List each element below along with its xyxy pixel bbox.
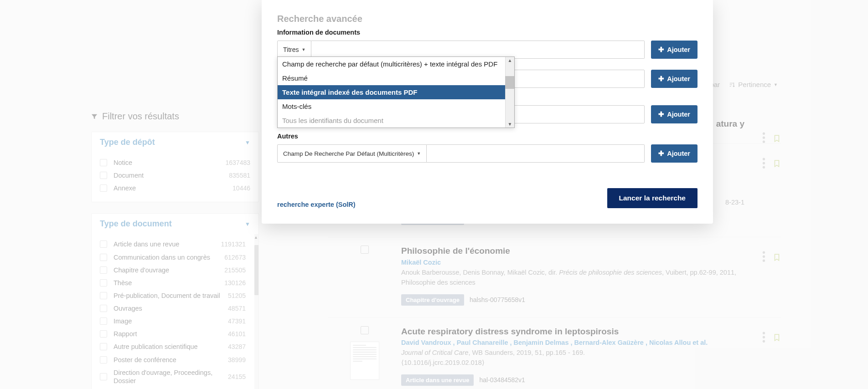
facet-label: Document: [114, 171, 229, 179]
launch-search-button[interactable]: Lancer la recherche: [607, 188, 698, 208]
field-dropdown-list: Champ de recherche par défaut (multicrit…: [277, 56, 515, 128]
bookmark-icon[interactable]: [773, 133, 781, 143]
facet-count: 24155: [228, 373, 246, 380]
checkbox[interactable]: [100, 356, 107, 363]
facet-item[interactable]: Communication dans un congrès612673: [100, 251, 246, 264]
scroll-down-icon[interactable]: ▼: [506, 121, 514, 128]
facet-item[interactable]: Chapitre d'ouvrage215505: [100, 264, 246, 276]
facet-count: 1191321: [221, 241, 246, 248]
facet-item[interactable]: Image47391: [100, 315, 246, 328]
facet-item[interactable]: Autre publication scientifique43287: [100, 340, 246, 353]
facet-label: Communication dans un congrès: [114, 253, 224, 261]
result-item: Philosophie de l'économie Mikaël Cozic A…: [328, 237, 781, 317]
result-item: Acute respiratory distress syndrome in l…: [328, 317, 781, 389]
checkbox[interactable]: [100, 279, 107, 287]
add-criterion-button[interactable]: ✚Ajouter: [651, 41, 698, 59]
field-select-titres[interactable]: Titres ▼: [277, 41, 311, 59]
facet-header[interactable]: Type de dépôt ▼: [92, 132, 258, 153]
facet-count: 130126: [224, 279, 246, 287]
checkbox[interactable]: [100, 184, 107, 192]
filter-heading: Filtrer vos résultats: [91, 111, 259, 122]
checkbox[interactable]: [100, 241, 107, 248]
plus-icon: ✚: [658, 149, 664, 158]
scroll-up-icon[interactable]: ▲: [254, 235, 258, 240]
checkbox[interactable]: [100, 317, 107, 325]
bookmark-icon[interactable]: [773, 333, 781, 343]
bookmark-icon[interactable]: [773, 159, 781, 169]
add-criterion-button[interactable]: ✚Ajouter: [651, 70, 698, 88]
modal-title: Recherche avancée: [277, 14, 698, 24]
facet-item[interactable]: Annexe10446: [100, 182, 250, 194]
sort-dropdown[interactable]: Pertinence ▼: [729, 81, 778, 88]
more-actions-icon[interactable]: •••: [762, 332, 765, 344]
facet-item[interactable]: Rapport46101: [100, 328, 246, 340]
caret-down-icon: ▼: [245, 139, 250, 146]
facet-item[interactable]: Article dans une revue1191321: [100, 238, 246, 251]
bookmark-icon[interactable]: [773, 252, 781, 262]
facet-type-depot: Type de dépôt ▼ Notice1637483Document835…: [91, 132, 259, 202]
dropdown-option[interactable]: Mots-clés: [278, 99, 505, 113]
facet-item[interactable]: Pré-publication, Document de travail5120…: [100, 289, 246, 302]
select-checkbox[interactable]: [361, 246, 369, 254]
facet-item[interactable]: N°spécial de revue/special issue5430: [100, 387, 246, 389]
plus-icon: ✚: [658, 110, 664, 118]
select-checkbox[interactable]: [361, 326, 369, 334]
facet-count: 51205: [228, 292, 246, 299]
hal-identifier[interactable]: halshs-00775658v1: [470, 296, 525, 303]
doc-thumbnail[interactable]: [350, 342, 379, 380]
facet-count: 215505: [224, 266, 246, 274]
facet-item[interactable]: Ouvrages48571: [100, 302, 246, 315]
field-select-default[interactable]: Champ De Recherche Par Défaut (Multicrit…: [277, 144, 427, 163]
result-authors[interactable]: David Vandroux , Paul Chanareille , Benj…: [401, 339, 744, 346]
search-input[interactable]: [311, 41, 645, 59]
facet-label: Article dans une revue: [114, 240, 221, 248]
dropdown-option[interactable]: Champ de recherche par défaut (multicrit…: [278, 57, 505, 71]
checkbox[interactable]: [100, 266, 107, 274]
checkbox[interactable]: [100, 254, 107, 261]
more-actions-icon[interactable]: •••: [762, 132, 765, 144]
checkbox[interactable]: [100, 343, 107, 350]
checkbox[interactable]: [100, 305, 107, 312]
facet-header[interactable]: Type de document ▼: [92, 214, 258, 234]
facet-count: 43287: [228, 343, 246, 350]
plus-icon: ✚: [658, 46, 664, 54]
facet-count: 612673: [224, 254, 246, 261]
facet-item[interactable]: Thèse130126: [100, 276, 246, 289]
caret-down-icon: ▼: [245, 221, 250, 227]
dropdown-option[interactable]: Tous les identifiants du document: [278, 113, 505, 128]
dropdown-option[interactable]: Texte intégral indexé des documents PDF: [278, 85, 505, 99]
facet-item[interactable]: Notice1637483: [100, 156, 250, 169]
caret-down-icon: ▼: [417, 151, 421, 156]
section-label: Information de documents: [277, 29, 698, 36]
result-title[interactable]: Philosophie de l'économie: [401, 246, 744, 257]
facet-item[interactable]: Direction d'ouvrage, Proceedings, Dossie…: [100, 366, 246, 387]
doc-type-tag: Article dans une revue: [401, 374, 474, 386]
checkbox[interactable]: [100, 373, 107, 380]
caret-down-icon: ▼: [301, 47, 305, 52]
expert-search-link[interactable]: recherche experte (SolR): [277, 201, 356, 208]
result-biblio: Journal of Critical Care, WB Saunders, 2…: [401, 348, 744, 368]
facet-item[interactable]: Poster de conférence38999: [100, 353, 246, 366]
dropdown-option[interactable]: Résumé: [278, 71, 505, 85]
add-criterion-button[interactable]: ✚Ajouter: [651, 105, 698, 123]
scrollbar-thumb[interactable]: [254, 245, 258, 295]
facet-label: Ouvrages: [114, 304, 228, 312]
checkbox[interactable]: [100, 159, 107, 166]
result-title[interactable]: Acute respiratory distress syndrome in l…: [401, 326, 744, 338]
scrollbar-thumb[interactable]: [505, 76, 514, 89]
funnel-icon: [91, 113, 98, 120]
facet-count: 46101: [228, 330, 246, 338]
more-actions-icon[interactable]: •••: [762, 158, 765, 170]
result-authors[interactable]: Mikaël Cozic: [401, 259, 744, 266]
add-criterion-button[interactable]: ✚Ajouter: [651, 144, 698, 163]
checkbox[interactable]: [100, 172, 107, 179]
result-biblio: Anouk Barberousse, Denis Bonnay, Mikaël …: [401, 268, 744, 288]
hal-identifier[interactable]: hal-03484582v1: [479, 376, 525, 384]
more-actions-icon[interactable]: •••: [762, 251, 765, 263]
facet-item[interactable]: Document835581: [100, 169, 250, 182]
checkbox[interactable]: [100, 292, 107, 299]
facet-label: Chapitre d'ouvrage: [114, 266, 224, 274]
checkbox[interactable]: [100, 330, 107, 338]
scroll-up-icon[interactable]: ▲: [506, 57, 514, 64]
search-input[interactable]: [427, 144, 645, 163]
